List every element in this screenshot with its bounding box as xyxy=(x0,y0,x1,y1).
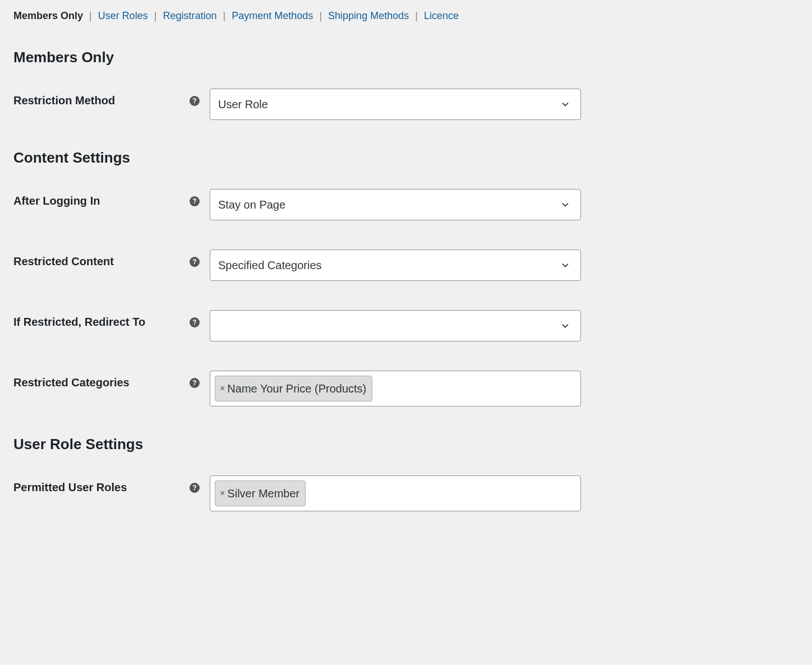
tab-licence[interactable]: Licence xyxy=(424,10,459,22)
redirect-to-select[interactable] xyxy=(210,310,581,341)
help-icon[interactable]: ? xyxy=(190,257,200,267)
tab-registration[interactable]: Registration xyxy=(163,10,217,22)
tab-separator: | xyxy=(154,10,157,21)
tab-shipping-methods[interactable]: Shipping Methods xyxy=(328,10,409,22)
after-logging-in-label: After Logging In xyxy=(13,195,185,207)
help-icon[interactable]: ? xyxy=(190,196,200,206)
tab-payment-methods[interactable]: Payment Methods xyxy=(232,10,313,22)
settings-tabs: Members Only | User Roles | Registration… xyxy=(13,0,799,22)
after-logging-in-select[interactable]: Stay on Page xyxy=(210,189,581,220)
tab-members-only[interactable]: Members Only xyxy=(13,10,83,22)
permitted-user-roles-label: Permitted User Roles xyxy=(13,481,185,494)
restricted-content-select[interactable]: Specified Categories xyxy=(210,250,581,281)
tag-item: × Name Your Price (Products) xyxy=(215,376,372,401)
permitted-user-roles-input[interactable]: × Silver Member xyxy=(210,475,581,511)
help-icon[interactable]: ? xyxy=(190,378,200,388)
restricted-content-label: Restricted Content xyxy=(13,255,185,268)
field-permitted-user-roles: Permitted User Roles ? × Silver Member xyxy=(13,475,799,511)
field-restricted-content: Restricted Content ? Specified Categorie… xyxy=(13,250,799,281)
section-title-content-settings: Content Settings xyxy=(13,149,799,167)
tab-separator: | xyxy=(415,10,418,21)
tag-item: × Silver Member xyxy=(215,481,306,506)
redirect-to-label: If Restricted, Redirect To xyxy=(13,316,185,329)
help-icon[interactable]: ? xyxy=(190,96,200,106)
tag-label: Name Your Price (Products) xyxy=(227,382,366,395)
field-restriction-method: Restriction Method ? User Role xyxy=(13,89,799,120)
tab-user-roles[interactable]: User Roles xyxy=(98,10,148,22)
section-title-user-role-settings: User Role Settings xyxy=(13,436,799,453)
help-icon[interactable]: ? xyxy=(190,317,200,327)
field-restricted-categories: Restricted Categories ? × Name Your Pric… xyxy=(13,371,799,407)
field-redirect-to: If Restricted, Redirect To ? xyxy=(13,310,799,341)
field-after-logging-in: After Logging In ? Stay on Page xyxy=(13,189,799,220)
tag-remove-icon[interactable]: × xyxy=(220,384,225,393)
tab-separator: | xyxy=(223,10,226,21)
restriction-method-select[interactable]: User Role xyxy=(210,89,581,120)
restricted-categories-label: Restricted Categories xyxy=(13,376,185,389)
tag-remove-icon[interactable]: × xyxy=(220,489,225,498)
tab-separator: | xyxy=(319,10,322,21)
restriction-method-label: Restriction Method xyxy=(13,94,185,107)
tag-label: Silver Member xyxy=(227,487,299,500)
tab-separator: | xyxy=(89,10,92,21)
page-title: Members Only xyxy=(13,49,799,66)
restricted-categories-input[interactable]: × Name Your Price (Products) xyxy=(210,371,581,407)
help-icon[interactable]: ? xyxy=(190,483,200,493)
